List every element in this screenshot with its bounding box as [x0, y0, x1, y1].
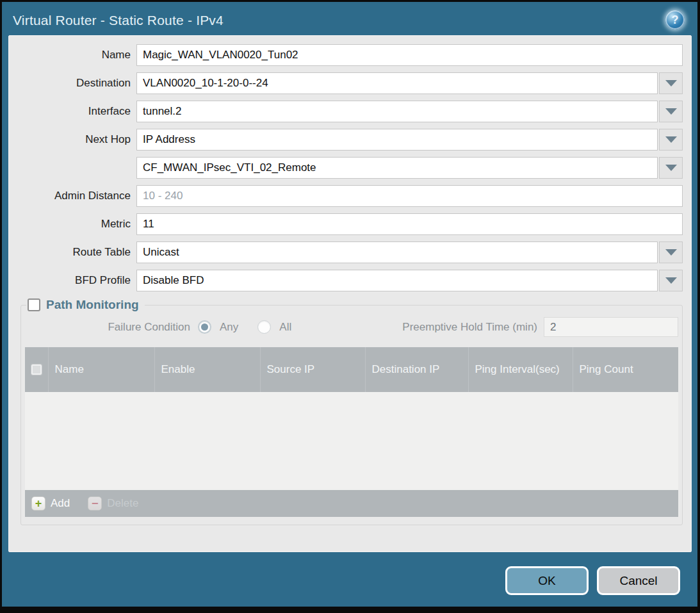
metric-input[interactable] — [136, 213, 683, 235]
path-monitoring-table: Name Enable Source IP Destination IP Pin… — [25, 347, 678, 490]
column-header-source-ip[interactable]: Source IP — [260, 347, 365, 392]
static-route-form: Name Destination Interface — [9, 36, 691, 291]
form-row-destination: Destination — [9, 72, 683, 94]
form-row-name: Name — [9, 44, 683, 66]
failure-condition-row: Failure Condition Any All Preemptive Hol… — [25, 317, 678, 337]
name-label: Name — [9, 49, 136, 61]
chevron-down-icon — [665, 80, 677, 86]
chevron-down-icon — [665, 165, 677, 171]
static-route-dialog: Virtual Router - Static Route - IPv4 ? N… — [2, 2, 697, 607]
path-monitoring-checkbox[interactable] — [28, 298, 40, 311]
route-table-label: Route Table — [9, 246, 136, 259]
form-row-interface: Interface — [9, 101, 683, 122]
column-header-enable[interactable]: Enable — [154, 347, 260, 392]
radio-all-icon[interactable] — [257, 320, 271, 334]
failure-condition-any-option[interactable]: Any — [198, 320, 238, 334]
preemptive-hold-group: Preemptive Hold Time (min) — [402, 317, 678, 337]
next-hop-address-input[interactable] — [136, 157, 658, 179]
table-empty-area — [25, 392, 678, 490]
column-header-ping-count[interactable]: Ping Count — [573, 347, 678, 392]
add-button-label: Add — [51, 497, 70, 510]
table-action-bar: + Add − Delete — [25, 490, 678, 517]
name-input[interactable] — [136, 44, 683, 66]
table-header-row: Name Enable Source IP Destination IP Pin… — [25, 347, 678, 392]
select-all-header-cell — [25, 347, 48, 392]
add-button[interactable]: + Add — [31, 496, 70, 511]
preemptive-hold-input[interactable] — [544, 317, 678, 337]
delete-button[interactable]: − Delete — [88, 496, 138, 511]
radio-any-selected-icon[interactable] — [198, 320, 211, 334]
form-row-route-table: Route Table — [9, 241, 683, 263]
chevron-down-icon — [665, 277, 677, 284]
destination-label: Destination — [9, 77, 136, 90]
failure-condition-label: Failure Condition — [25, 321, 190, 334]
cancel-button[interactable]: Cancel — [597, 566, 680, 595]
route-table-input[interactable] — [136, 241, 658, 263]
table-empty-row — [25, 392, 678, 490]
ok-button[interactable]: OK — [505, 566, 589, 595]
path-monitoring-legend: Path Monitoring — [26, 298, 145, 312]
minus-icon: − — [88, 496, 102, 511]
destination-dropdown-button[interactable] — [659, 72, 683, 94]
form-row-metric: Metric — [9, 213, 683, 235]
failure-condition-any-label: Any — [220, 321, 238, 334]
help-icon[interactable]: ? — [665, 10, 685, 29]
bfd-profile-dropdown-button[interactable] — [659, 270, 683, 291]
admin-distance-input[interactable] — [136, 185, 683, 207]
form-row-admin-distance: Admin Distance — [9, 185, 683, 207]
bfd-profile-label: BFD Profile — [9, 274, 136, 287]
metric-label: Metric — [9, 218, 136, 231]
chevron-down-icon — [665, 136, 677, 143]
form-row-next-hop: Next Hop — [9, 129, 683, 151]
next-hop-type-dropdown-button[interactable] — [659, 129, 683, 151]
column-header-name[interactable]: Name — [48, 347, 154, 392]
interface-input[interactable] — [136, 101, 658, 122]
dialog-title: Virtual Router - Static Route - IPv4 — [13, 13, 224, 28]
next-hop-label: Next Hop — [9, 133, 136, 146]
route-table-dropdown-button[interactable] — [659, 241, 683, 263]
form-row-next-hop-address — [9, 157, 683, 179]
interface-label: Interface — [9, 105, 136, 118]
admin-distance-label: Admin Distance — [9, 190, 136, 202]
column-header-destination-ip[interactable]: Destination IP — [365, 347, 468, 392]
chevron-down-icon — [665, 249, 677, 256]
delete-button-label: Delete — [107, 497, 138, 510]
dialog-footer-buttons: OK Cancel — [505, 566, 680, 595]
form-row-bfd-profile: BFD Profile — [9, 270, 683, 291]
column-header-ping-interval[interactable]: Ping Interval(sec) — [468, 347, 573, 392]
dialog-titlebar: Virtual Router - Static Route - IPv4 ? — [2, 2, 697, 35]
destination-input[interactable] — [136, 72, 658, 94]
bfd-profile-input[interactable] — [136, 270, 658, 291]
failure-condition-all-label: All — [279, 321, 291, 334]
next-hop-type-input[interactable] — [136, 129, 658, 151]
select-all-checkbox[interactable] — [31, 364, 42, 375]
dialog-content: Name Destination Interface — [8, 35, 692, 552]
path-monitoring-title: Path Monitoring — [46, 298, 139, 312]
next-hop-address-dropdown-button[interactable] — [659, 157, 683, 179]
interface-dropdown-button[interactable] — [659, 101, 683, 122]
failure-condition-all-option[interactable]: All — [257, 320, 291, 334]
preemptive-hold-label: Preemptive Hold Time (min) — [402, 321, 537, 334]
chevron-down-icon — [665, 108, 677, 115]
plus-icon: + — [31, 496, 45, 511]
path-monitoring-section: Path Monitoring Failure Condition Any Al… — [20, 298, 683, 525]
